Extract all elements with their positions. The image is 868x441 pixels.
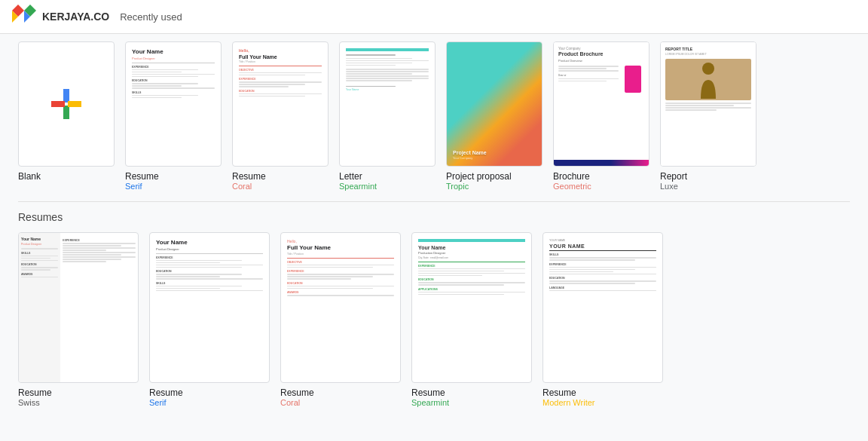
resumes-section-heading: Resumes <box>18 211 850 223</box>
coral2-preview: Hello, Full Your Name Title / Position O… <box>281 233 400 382</box>
sline3 <box>346 60 429 62</box>
swiss-thumbnail[interactable]: Your Name Product Designer SKILLS EDUCAT… <box>18 232 139 383</box>
sline10 <box>346 78 429 79</box>
template-resume-coral[interactable]: Hello, Full Your Name Title / Position O… <box>232 41 329 191</box>
coral2-thumbnail[interactable]: Hello, Full Your Name Title / Position O… <box>280 232 401 383</box>
sw15 <box>63 259 121 260</box>
brochure-subname: Geometric <box>553 182 591 191</box>
plus-icon <box>48 86 84 122</box>
bline2 <box>558 68 607 69</box>
spearmint-subname: Spearmint <box>411 398 449 407</box>
swiss-right: EXPERIENCE <box>60 233 138 382</box>
sw11 <box>63 250 106 251</box>
resume-serif-subtitle: Product Designer <box>132 57 215 60</box>
cline2 <box>239 75 305 76</box>
template-resume-swiss[interactable]: Your Name Product Designer SKILLS EDUCAT… <box>18 232 139 407</box>
ml1 <box>549 257 656 259</box>
sw14 <box>63 256 136 258</box>
serif2-thumbnail[interactable]: Your Name Product Designer EXPERIENCE ED… <box>149 232 270 383</box>
s2l6 <box>156 276 220 277</box>
bline3 <box>558 70 619 72</box>
s2l3 <box>156 265 263 266</box>
modern-name-big: YOUR NAME <box>549 243 656 249</box>
ml3 <box>549 267 656 268</box>
blank-thumbnail[interactable] <box>18 41 115 167</box>
c2l1 <box>287 265 394 266</box>
project-thumbnail[interactable]: Project Name Your Company <box>446 41 542 167</box>
sline5 <box>346 65 396 66</box>
letter-spearmint-thumbnail[interactable]: Your Name <box>339 41 436 167</box>
swiss-left: Your Name Product Designer SKILLS EDUCAT… <box>19 233 60 382</box>
sw3 <box>21 258 50 259</box>
resume-coral-subtitle: Title / Position <box>239 60 322 63</box>
s2-exp: EXPERIENCE <box>156 256 263 259</box>
spearmint-name-label: Resume <box>411 387 445 398</box>
s2l5 <box>156 274 242 275</box>
resume-coral-thumbnail[interactable]: Hello, Full Your Name Title / Position O… <box>232 41 329 167</box>
template-blank[interactable]: Blank <box>18 41 115 191</box>
rline3 <box>665 107 751 109</box>
template-brochure[interactable]: Your Company Product Brochure Product Ov… <box>553 41 649 191</box>
bline4 <box>558 78 619 80</box>
template-resume-coral-2[interactable]: Hello, Full Your Name Title / Position O… <box>280 232 401 407</box>
coral2-hello: Hello, <box>287 239 394 243</box>
c2l3 <box>287 274 394 275</box>
spearmint-preview: Your Name Production Designer City, Stat… <box>412 233 531 382</box>
c2-awards: AWARDS <box>287 291 394 294</box>
cline6 <box>239 93 322 95</box>
your-name-label: Your Name <box>346 88 429 91</box>
sline12 <box>346 86 396 87</box>
modern-preview: YOUR NAME YOUR NAME SKILLS EXPERIENCE ED… <box>543 233 662 382</box>
spl2 <box>418 271 504 272</box>
c2l2 <box>287 267 373 268</box>
spearmint-bar <box>418 239 525 242</box>
mod-skills: SKILLS <box>549 253 656 256</box>
template-resume-serif-2[interactable]: Your Name Product Designer EXPERIENCE ED… <box>149 232 270 407</box>
spearmint-top-bar <box>346 48 429 51</box>
template-report[interactable]: REPORT TITLE LOREM IPSUM DOLOR SIT AMET … <box>660 41 756 191</box>
resume-serif-thumbnail[interactable]: Your Name Product Designer EXPERIENCE ED… <box>125 41 222 167</box>
spl5 <box>418 282 525 283</box>
serif2-docname: Your Name <box>156 239 263 246</box>
resume-coral-docname: Hello, <box>239 48 322 53</box>
swiss-role: Product Designer <box>21 243 58 246</box>
report-thumbnail[interactable]: REPORT TITLE LOREM IPSUM DOLOR SIT AMET <box>660 41 756 167</box>
s2l1 <box>156 260 242 262</box>
template-resume-spearmint[interactable]: Your Name Production Designer City, Stat… <box>411 232 532 407</box>
s2l4 <box>156 267 242 268</box>
blank-name: Blank <box>18 171 41 182</box>
modern-name-sm: YOUR NAME <box>549 239 656 242</box>
sw6 <box>21 269 50 271</box>
section-skills: SKILLS <box>132 91 215 94</box>
cline5 <box>239 86 289 87</box>
spl7 <box>418 292 525 293</box>
spl6 <box>418 284 504 286</box>
swiss-preview: Your Name Product Designer SKILLS EDUCAT… <box>19 233 138 382</box>
section-divider <box>18 201 850 202</box>
modern-subname: Modern Writer <box>542 398 594 407</box>
spl1 <box>418 268 525 270</box>
spear-div <box>418 262 525 262</box>
header: KERJAYA.CO Recently used <box>0 0 868 34</box>
s2-edu: EDUCATION <box>156 270 263 273</box>
template-letter-spearmint[interactable]: Your Name Letter Spearmint <box>339 41 436 191</box>
sline8 <box>346 73 412 75</box>
modern-div <box>549 250 656 251</box>
cline3 <box>239 81 322 83</box>
section-edu: EDUCATION <box>132 79 215 82</box>
section-ed: EDUCATION <box>239 90 322 93</box>
resume-coral-name: Full Your Name <box>239 54 322 60</box>
svg-rect-7 <box>68 101 81 107</box>
c2-exp: EXPERIENCE <box>287 270 394 273</box>
brochure-thumbnail[interactable]: Your Company Product Brochure Product Ov… <box>553 41 649 167</box>
swiss-s1: SKILLS <box>21 252 58 255</box>
template-resume-modern[interactable]: YOUR NAME YOUR NAME SKILLS EXPERIENCE ED… <box>542 232 663 407</box>
template-resume-serif[interactable]: Your Name Product Designer EXPERIENCE ED… <box>125 41 222 191</box>
spearmint-thumbnail[interactable]: Your Name Production Designer City, Stat… <box>411 232 532 383</box>
template-project-proposal[interactable]: Project Name Your Company Project propos… <box>446 41 542 191</box>
swiss-s2: EDUCATION <box>21 263 58 266</box>
person-silhouette <box>697 61 720 99</box>
resume-serif-subname: Serif <box>125 182 142 191</box>
logo-text: KERJAYA.CO <box>42 11 109 23</box>
modern-thumbnail[interactable]: YOUR NAME YOUR NAME SKILLS EXPERIENCE ED… <box>542 232 663 383</box>
